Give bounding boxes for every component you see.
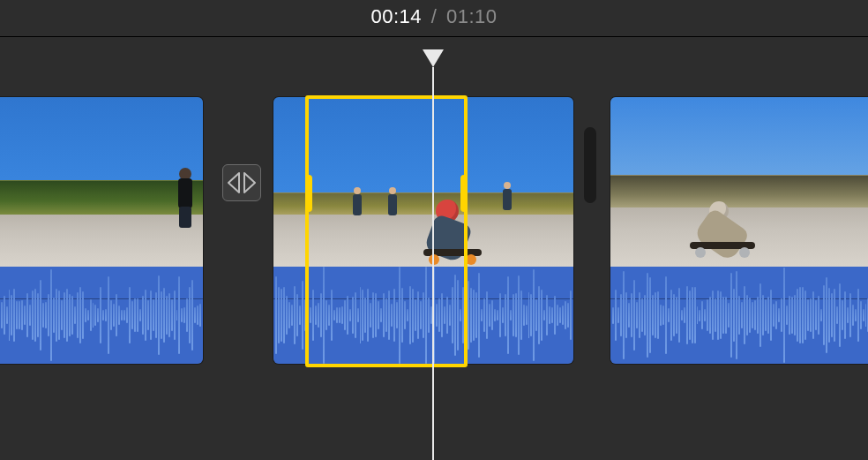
time-display: 00:14 / 01:10	[371, 5, 498, 28]
person-icon	[503, 189, 512, 210]
cross-dissolve-icon	[228, 170, 256, 195]
person-icon	[353, 194, 362, 215]
clip-thumbnail	[273, 97, 573, 267]
audio-waveform	[610, 267, 868, 364]
timeline-clip[interactable]	[0, 97, 203, 364]
time-current: 00:14	[371, 5, 423, 27]
timeline[interactable]	[0, 97, 868, 460]
time-separator: /	[431, 5, 438, 27]
transition-chip[interactable]	[222, 164, 261, 201]
person-icon	[388, 194, 397, 215]
clip-audio-track[interactable]	[610, 267, 868, 364]
timeline-clip[interactable]	[610, 97, 868, 364]
person-icon	[176, 168, 194, 228]
time-total: 01:10	[446, 5, 498, 27]
clip-audio-track[interactable]	[273, 267, 573, 364]
clip-edge-handle[interactable]	[584, 127, 596, 203]
playhead-triangle-icon	[423, 49, 444, 67]
timeline-clip[interactable]	[273, 97, 573, 364]
clip-audio-track[interactable]	[0, 267, 203, 364]
audio-waveform	[273, 267, 573, 364]
top-divider	[0, 36, 868, 37]
clip-thumbnail	[610, 97, 868, 267]
clip-thumbnail	[0, 97, 203, 267]
audio-waveform	[0, 267, 203, 364]
